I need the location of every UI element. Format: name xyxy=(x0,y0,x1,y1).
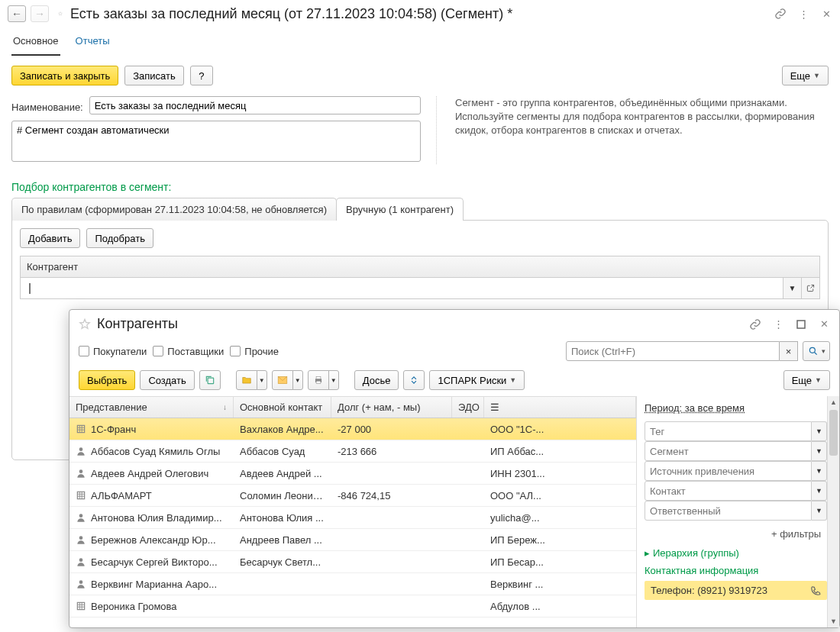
filter-select[interactable]: ▼ xyxy=(645,421,827,441)
filter-select[interactable]: ▼ xyxy=(645,461,827,481)
table-row[interactable]: Антонова Юлия Владимир...Антонова Юлия .… xyxy=(69,507,636,529)
svg-rect-10 xyxy=(77,492,84,498)
dropdown-button[interactable]: ▼ xyxy=(783,278,801,298)
spark-button[interactable]: 1СПАРК Риски▼ xyxy=(429,370,525,390)
folder-dropdown[interactable]: ▼ xyxy=(257,370,267,390)
mail-button[interactable] xyxy=(272,370,293,390)
star-icon[interactable] xyxy=(53,8,66,20)
search-input[interactable] xyxy=(566,341,780,361)
svg-rect-15 xyxy=(77,602,84,609)
svg-rect-0 xyxy=(797,321,805,328)
select-button[interactable]: Выбрать xyxy=(79,370,135,390)
table-row[interactable]: Верквинг Марианна Ааро...Верквинг ... xyxy=(69,573,636,595)
suppliers-checkbox[interactable]: Поставщики xyxy=(153,346,224,357)
print-dropdown[interactable]: ▼ xyxy=(328,370,339,390)
org-icon xyxy=(76,424,86,434)
chevron-down-icon[interactable]: ▼ xyxy=(812,421,827,441)
dossier-button[interactable]: Досье xyxy=(354,370,399,390)
svg-point-13 xyxy=(79,558,83,562)
col-edo[interactable]: ЭДО xyxy=(452,397,484,418)
chevron-down-icon[interactable]: ▼ xyxy=(812,481,827,501)
filter-select[interactable]: ▼ xyxy=(645,441,827,461)
table-row[interactable]: 1С-ФранчВахлаков Андре...-27 000ООО "1С-… xyxy=(69,418,636,440)
help-button[interactable]: ? xyxy=(190,66,213,85)
titlebar: ← → Есть заказы за последний месяц (от 2… xyxy=(0,0,840,27)
chevron-down-icon[interactable]: ▼ xyxy=(812,501,827,521)
save-close-button[interactable]: Записать и закрыть xyxy=(11,66,118,85)
side-panel: Период: за все время ▼▼▼▼▼ + фильтры ▸Ие… xyxy=(636,396,827,627)
close-icon[interactable]: ✕ xyxy=(820,8,832,20)
tab-rules[interactable]: По правилам (сформирован 27.11.2023 10:0… xyxy=(11,198,337,221)
create-button[interactable]: Создать xyxy=(140,370,194,390)
star-icon[interactable] xyxy=(79,318,91,331)
close-icon[interactable]: ✕ xyxy=(818,318,830,331)
mail-dropdown[interactable]: ▼ xyxy=(292,370,303,390)
pick-button[interactable]: Подобрать xyxy=(86,228,153,248)
col-debt[interactable]: Долг (+ нам, - мы) xyxy=(331,397,452,418)
counterparty-input[interactable] xyxy=(21,278,783,298)
table-row[interactable]: Бесарчук Сергей Викторо...Бесарчук Светл… xyxy=(69,551,636,573)
comment-textarea[interactable]: # Сегмент создан автоматически xyxy=(11,121,421,162)
period-link[interactable]: Период: за все время xyxy=(645,402,827,417)
phone-row[interactable]: Телефон: (8921) 9319723 xyxy=(645,581,827,600)
help-text: Сегмент - это группа контрагентов, объед… xyxy=(436,96,829,164)
scroll-down-icon[interactable]: ▼ xyxy=(828,615,839,627)
col-contact[interactable]: Основной контакт xyxy=(234,397,331,418)
maximize-icon[interactable] xyxy=(795,318,807,331)
page-title: Есть заказы за последний месяц (от 27.11… xyxy=(70,6,512,22)
phone-icon[interactable] xyxy=(810,585,821,596)
more-button[interactable]: Еще▼ xyxy=(782,66,829,85)
hierarchy-toggle[interactable]: ▸Иерархия (группы) xyxy=(645,546,827,559)
link-icon[interactable] xyxy=(774,8,787,20)
kebab-icon[interactable]: ⋮ xyxy=(797,8,809,20)
svg-point-8 xyxy=(79,447,83,451)
nav-back-button[interactable]: ← xyxy=(8,5,26,22)
other-checkbox[interactable]: Прочие xyxy=(230,346,279,357)
counterparties-table: Представление↓ Основной контакт Долг (+ … xyxy=(69,396,636,627)
kebab-icon[interactable]: ⋮ xyxy=(772,318,784,331)
tab-manual[interactable]: Вручную (1 контрагент) xyxy=(336,198,464,221)
org-icon xyxy=(76,490,86,501)
print-button[interactable] xyxy=(308,370,329,390)
name-input[interactable] xyxy=(89,96,421,114)
table-row[interactable]: Бережнов Александр Юр...Андреев Павел ..… xyxy=(69,529,636,551)
search-clear-button[interactable]: × xyxy=(780,341,798,361)
table-row[interactable]: Авдеев Андрей ОлеговичАвдеев Андрей ...И… xyxy=(69,463,636,485)
col-representation[interactable]: Представление↓ xyxy=(69,397,234,418)
chevron-down-icon[interactable]: ▼ xyxy=(812,461,827,481)
exchange-button[interactable] xyxy=(403,370,425,390)
col-list[interactable]: ☰ xyxy=(484,397,636,418)
filter-select[interactable]: ▼ xyxy=(645,481,827,501)
popup-more-button[interactable]: Еще▼ xyxy=(783,370,830,390)
tab-main[interactable]: Основное xyxy=(11,31,60,56)
main-tabs: Основное Отчеты xyxy=(0,27,840,56)
scroll-up-icon[interactable]: ▲ xyxy=(828,396,839,408)
table-row[interactable]: Вероника ГромоваАбдулов ... xyxy=(69,595,636,617)
scroll-thumb[interactable] xyxy=(829,410,838,456)
person-icon xyxy=(76,534,86,545)
nav-forward-button[interactable]: → xyxy=(31,5,49,22)
scrollbar[interactable]: ▲ ▼ xyxy=(827,396,839,627)
segment-tabs: По правилам (сформирован 27.11.2023 10:0… xyxy=(0,198,840,221)
save-button[interactable]: Записать xyxy=(124,66,184,85)
person-icon xyxy=(76,579,86,589)
tab-reports[interactable]: Отчеты xyxy=(74,31,111,56)
search-button[interactable]: ▾ xyxy=(803,341,830,361)
link-icon[interactable] xyxy=(749,318,761,331)
svg-rect-7 xyxy=(77,425,84,432)
buyers-checkbox[interactable]: Покупатели xyxy=(79,346,147,357)
counterparties-popup: Контрагенты ⋮ ✕ Покупатели Поставщики Пр… xyxy=(69,309,840,628)
open-button[interactable] xyxy=(801,278,819,298)
sort-icon: ↓ xyxy=(223,403,227,411)
filter-select[interactable]: ▼ xyxy=(645,501,827,521)
add-button[interactable]: Добавить xyxy=(20,228,80,248)
svg-point-1 xyxy=(809,347,815,353)
chevron-down-icon[interactable]: ▼ xyxy=(812,441,827,461)
table-row[interactable]: Аббасов Суад Кямиль ОглыАббасов Суад-213… xyxy=(69,440,636,463)
table-row[interactable]: АЛЬФАМАРТСоломин Леонид...-846 724,15ООО… xyxy=(69,485,636,507)
add-filters-link[interactable]: + фильтры xyxy=(645,525,827,541)
section-title: Подбор контрагентов в сегмент: xyxy=(0,170,840,198)
folder-button[interactable] xyxy=(236,370,257,390)
svg-rect-2 xyxy=(208,378,214,384)
copy-button[interactable] xyxy=(199,370,221,390)
